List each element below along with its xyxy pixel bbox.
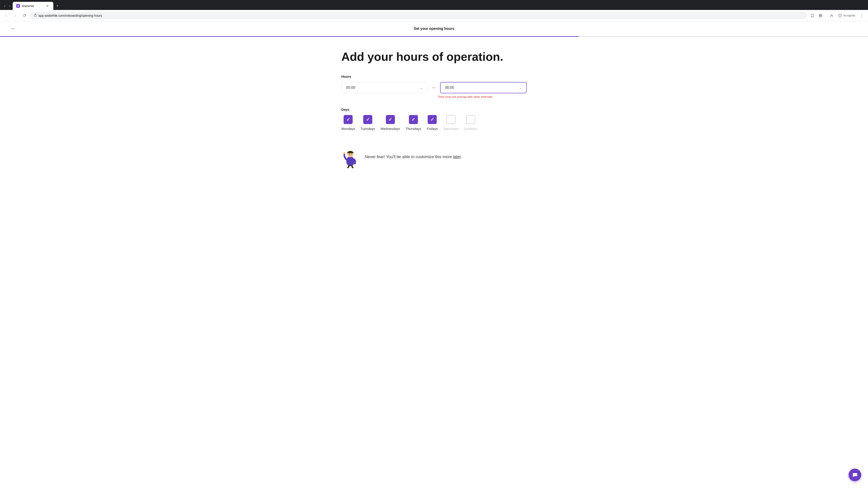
info-text: Never fear! You'll be able to customize … [365, 155, 462, 159]
time-separator: — [431, 86, 436, 90]
tab-title-text: Waitwhile [22, 4, 43, 8]
day-checkbox-thursday[interactable] [409, 115, 418, 124]
day-label-saturday: Saturdays [443, 127, 459, 131]
page-title: Set your opening hours [414, 27, 454, 31]
chat-button[interactable] [848, 468, 861, 481]
tab-back-button[interactable]: ‹ [3, 3, 7, 9]
day-item-friday[interactable]: Fridays [427, 115, 438, 131]
toolbar-actions: Incognito ⋮ [809, 12, 865, 19]
incognito-badge: Incognito [836, 13, 857, 19]
profile-button[interactable] [828, 12, 835, 19]
time-to-select[interactable]: 00:00 ⌄ [440, 82, 527, 93]
time-from-chevron-icon: ⌄ [420, 86, 423, 90]
day-label-monday: Mondays [341, 127, 355, 131]
progress-segment-1 [0, 36, 145, 37]
time-to-value: 00:00 [445, 86, 519, 90]
toolbar-divider [826, 13, 826, 18]
browser-chrome: ‹ › W Waitwhile ✕ + app.waitwhile.com/on… [0, 0, 868, 21]
tab-close-button[interactable]: ✕ [45, 4, 50, 8]
main-content: Add your hours of operation. Hours 00:00… [332, 37, 536, 178]
extensions-button[interactable] [817, 12, 824, 19]
day-item-wednesday[interactable]: Wednesdays [380, 115, 400, 131]
day-checkbox-wednesday[interactable] [386, 115, 395, 124]
day-label-tuesday: Tuesdays [361, 127, 375, 131]
time-to-chevron-icon: ⌄ [519, 86, 522, 90]
time-error-message: Time must not overlap with other interva… [438, 95, 527, 98]
address-bar[interactable]: app.waitwhile.com/onboarding/opening-hou… [30, 12, 807, 19]
progress-segment-6 [723, 36, 868, 37]
browser-tab[interactable]: W Waitwhile ✕ [13, 2, 53, 10]
svg-point-9 [349, 154, 350, 155]
days-section: Days Mondays Tuesdays Wednesdays [341, 107, 527, 131]
svg-rect-1 [819, 14, 820, 15]
day-checkbox-sunday[interactable] [466, 115, 475, 124]
progress-segment-5 [579, 36, 723, 37]
day-checkbox-saturday[interactable] [446, 115, 456, 124]
days-label: Days [341, 107, 527, 111]
svg-point-10 [351, 154, 352, 155]
progress-segment-3 [289, 36, 434, 37]
tab-forward-button[interactable]: › [8, 3, 12, 9]
day-checkbox-monday[interactable] [344, 115, 352, 124]
day-checkbox-tuesday[interactable] [363, 115, 372, 124]
day-item-monday[interactable]: Mondays [341, 115, 355, 131]
page-content: ← Set your opening hours Add your hours … [0, 21, 868, 488]
hours-section: Hours 00:00 ⌄ — 00:00 ⌄ Time must not ov… [341, 74, 527, 98]
bookmark-button[interactable] [809, 12, 816, 19]
browser-toolbar: app.waitwhile.com/onboarding/opening-hou… [0, 10, 868, 21]
day-item-saturday[interactable]: Saturdays [443, 115, 459, 131]
svg-rect-3 [819, 16, 820, 17]
day-item-thursday[interactable]: Thursdays [405, 115, 421, 131]
day-label-sunday: Sundays [464, 127, 477, 131]
time-from-select[interactable]: 00:00 ⌄ [341, 82, 428, 93]
day-label-thursday: Thursdays [405, 127, 421, 131]
day-item-sunday[interactable]: Sundays [464, 115, 477, 131]
day-label-wednesday: Wednesdays [380, 127, 400, 131]
svg-rect-2 [821, 14, 822, 15]
time-from-value: 00:00 [346, 86, 420, 90]
browser-forward-button[interactable] [12, 12, 19, 19]
main-heading: Add your hours of operation. [341, 51, 527, 63]
back-button[interactable]: ← [9, 25, 18, 33]
browser-reload-button[interactable] [21, 12, 28, 19]
browser-back-button[interactable] [3, 12, 10, 19]
progress-bar [0, 36, 868, 37]
svg-point-11 [343, 152, 345, 154]
top-nav: ← Set your opening hours [0, 21, 868, 36]
info-banner: Never fear! You'll be able to customize … [341, 144, 527, 169]
new-tab-button[interactable]: + [54, 2, 61, 9]
day-label-friday: Fridays [427, 127, 438, 131]
mascot-figure [341, 148, 360, 166]
day-checkbox-friday[interactable] [428, 115, 437, 124]
svg-rect-4 [821, 16, 822, 17]
progress-segment-2 [145, 36, 289, 37]
url-text: app.waitwhile.com/onboarding/opening-hou… [38, 14, 803, 18]
hours-row: 00:00 ⌄ — 00:00 ⌄ [341, 82, 527, 93]
day-item-tuesday[interactable]: Tuesdays [361, 115, 375, 131]
svg-rect-0 [34, 15, 36, 17]
tab-favicon: W [16, 4, 20, 8]
more-options-button[interactable]: ⋮ [858, 12, 865, 19]
tab-bar: ‹ › W Waitwhile ✕ + [0, 0, 868, 10]
svg-point-5 [831, 14, 832, 16]
hours-label: Hours [341, 74, 527, 78]
svg-point-7 [346, 156, 354, 166]
lock-icon [34, 13, 37, 18]
days-grid: Mondays Tuesdays Wednesdays Thursdays [341, 115, 527, 131]
progress-segment-4 [434, 36, 579, 37]
